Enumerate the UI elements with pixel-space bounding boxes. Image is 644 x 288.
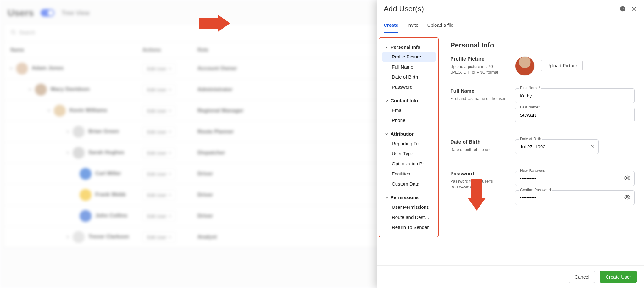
svg-point-8 <box>626 177 628 179</box>
side-item-custom-data[interactable]: Custom Data <box>382 179 436 189</box>
side-item-user-permissions[interactable]: User Permissions <box>382 202 436 212</box>
avatar-preview <box>515 56 535 76</box>
last-name-label: Last Name* <box>519 105 541 109</box>
side-item-facilities[interactable]: Facilities <box>382 169 436 179</box>
side-item-reporting-to[interactable]: Reporting To <box>382 139 436 148</box>
cancel-button[interactable]: Cancel <box>569 271 595 283</box>
tab-invite[interactable]: Invite <box>407 18 419 33</box>
side-group-permissions[interactable]: Permissions <box>379 193 438 202</box>
side-item-user-type[interactable]: User Type <box>382 149 436 158</box>
side-item-email[interactable]: Email <box>382 105 436 115</box>
form-pane: Personal Info Profile Picture Upload a p… <box>441 33 644 265</box>
password-title: Password <box>450 171 507 177</box>
side-group-contact-label: Contact Info <box>391 98 418 103</box>
dob-title: Date of Birth <box>450 139 507 145</box>
drawer-title: Add User(s) <box>384 4 424 13</box>
profile-picture-desc: Upload a picture in JPG, JPEG, GIF, or P… <box>450 64 507 75</box>
svg-point-9 <box>626 196 628 198</box>
add-user-drawer: Add User(s) ? Create Invite Upload a fil… <box>377 0 644 288</box>
last-name-input[interactable] <box>515 108 635 122</box>
side-item-route-destinations[interactable]: Route and Destinatio... <box>382 212 436 222</box>
side-group-personal[interactable]: Personal Info <box>379 42 438 52</box>
new-password-label: New Password <box>519 169 547 173</box>
eye-icon[interactable] <box>624 194 631 202</box>
side-group-attribution[interactable]: Attribution <box>379 129 438 138</box>
side-item-profile-picture[interactable]: Profile Picture <box>382 52 436 62</box>
side-item-phone[interactable]: Phone <box>382 115 436 125</box>
side-item-password[interactable]: Password <box>382 82 436 92</box>
side-group-permissions-label: Permissions <box>391 195 419 200</box>
full-name-desc: First and last name of the user <box>450 96 507 102</box>
clear-icon[interactable] <box>590 144 595 150</box>
side-item-return-to-sender[interactable]: Return To Sender <box>382 222 436 232</box>
dob-desc: Date of birth of the user <box>450 147 507 152</box>
side-group-attribution-label: Attribution <box>391 131 415 136</box>
side-item-date-of-birth[interactable]: Date of Birth <box>382 72 436 82</box>
drawer-tabs: Create Invite Upload a file <box>377 18 644 33</box>
password-desc: Password for the user's Route4Me account <box>450 179 507 190</box>
full-name-title: Full Name <box>450 88 507 94</box>
confirm-password-input[interactable] <box>515 190 635 205</box>
close-icon[interactable] <box>631 6 637 12</box>
side-item-full-name[interactable]: Full Name <box>382 62 436 72</box>
profile-picture-title: Profile Picture <box>450 56 507 62</box>
eye-icon[interactable] <box>624 174 631 183</box>
create-user-button[interactable]: Create User <box>600 271 637 283</box>
confirm-password-label: Confirm Password <box>519 188 552 192</box>
form-nav-sidebar: Personal Info Profile Picture Full Name … <box>377 33 441 265</box>
tab-create[interactable]: Create <box>384 18 398 33</box>
first-name-label: First Name* <box>519 86 541 90</box>
svg-text:?: ? <box>622 7 624 11</box>
side-group-personal-label: Personal Info <box>391 44 420 50</box>
dob-input[interactable] <box>515 139 599 154</box>
dob-label: Date of Birth <box>519 137 542 141</box>
section-title: Personal Info <box>450 41 635 49</box>
tab-upload[interactable]: Upload a file <box>427 18 453 33</box>
help-icon[interactable]: ? <box>619 6 626 12</box>
new-password-input[interactable] <box>515 171 635 186</box>
side-item-optimization-profile[interactable]: Optimization Profile <box>382 159 436 169</box>
first-name-input[interactable] <box>515 88 635 103</box>
upload-picture-button[interactable]: Upload Picture <box>541 60 582 71</box>
side-group-contact[interactable]: Contact Info <box>379 96 438 105</box>
